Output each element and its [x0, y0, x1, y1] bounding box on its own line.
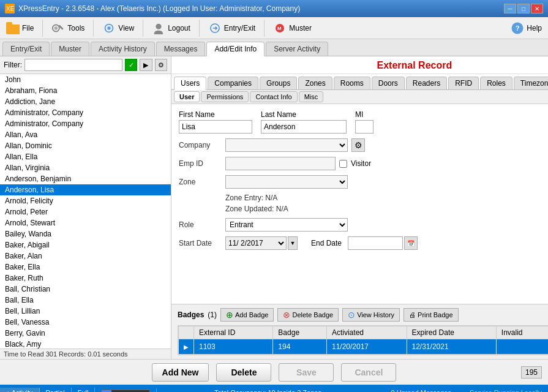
tab-entry-exit[interactable]: Entry/Exit	[2, 42, 50, 56]
inner-tab-misc[interactable]: Misc	[299, 91, 324, 102]
list-item[interactable]: Black, Amy	[0, 339, 171, 349]
filter-input[interactable]	[24, 59, 122, 71]
tab-server-activity[interactable]: Server Activity	[266, 42, 328, 56]
start-date-dropdown-button[interactable]: ▼	[288, 236, 298, 250]
list-item[interactable]: Baker, Ella	[0, 262, 171, 273]
sub-tab-doors[interactable]: Doors	[372, 77, 405, 89]
list-item[interactable]: Arnold, Stewart	[0, 217, 171, 228]
close-button[interactable]: ✕	[531, 4, 543, 13]
inner-tab-permissions[interactable]: Permissions	[201, 91, 249, 102]
sub-tab-users[interactable]: Users	[174, 77, 206, 90]
tab-add-edit-info[interactable]: Add/Edit Info	[206, 42, 265, 56]
sub-tab-groups[interactable]: Groups	[260, 77, 297, 89]
list-item[interactable]: Arnold, Peter	[0, 206, 171, 217]
sub-tab-companies[interactable]: Companies	[208, 77, 258, 89]
menu-muster[interactable]: M Muster	[269, 20, 315, 37]
start-date-label: Start Date	[179, 239, 222, 247]
end-date-calendar-button[interactable]: 📅	[404, 236, 418, 250]
list-item[interactable]: Baker, Abigail	[0, 239, 171, 251]
cancel-button[interactable]: Cancel	[341, 363, 396, 382]
menu-file[interactable]: File	[2, 20, 37, 37]
sub-tab-zones[interactable]: Zones	[298, 77, 332, 89]
company-action-button[interactable]: ⚙	[351, 138, 365, 152]
sub-tab-readers[interactable]: Readers	[406, 77, 447, 89]
list-item[interactable]: Ball, Ella	[0, 295, 171, 306]
print-badge-button[interactable]: 🖨 Print Badge	[403, 308, 458, 322]
tab-messages[interactable]: Messages	[156, 42, 206, 56]
visitor-checkbox[interactable]	[339, 160, 347, 168]
menu-logout[interactable]: Logout	[148, 20, 194, 37]
menu-tools-label: Tools	[67, 24, 84, 32]
list-item[interactable]: Administrator, Company	[0, 107, 171, 118]
filter-settings-button[interactable]: ⚙	[155, 59, 167, 71]
help-icon: ?	[511, 21, 524, 35]
last-name-input[interactable]	[261, 120, 347, 134]
menu-muster-label: Muster	[289, 24, 312, 32]
start-date-input[interactable]: 11/ 2/2017	[225, 236, 287, 250]
status-bar-left: Time to Read 301 Records: 0.01 seconds	[0, 349, 171, 359]
end-date-input[interactable]	[348, 236, 403, 250]
svg-rect-2	[6, 24, 20, 34]
save-button[interactable]: Save	[279, 363, 334, 382]
svg-text:XE: XE	[6, 6, 15, 12]
full-label: Full	[78, 389, 89, 392]
view-history-button[interactable]: ⊙ View History	[342, 308, 400, 322]
badge-row[interactable]: ▶ 1103 194 11/20/2017 12/31/2021	[179, 339, 549, 355]
tab-activity-history[interactable]: Activity History	[91, 42, 155, 56]
list-item[interactable]: Anderson, Benjamin	[0, 173, 171, 184]
inner-tab-contact-info[interactable]: Contact Info	[250, 91, 297, 102]
role-label: Role	[179, 221, 222, 229]
mi-input[interactable]	[355, 120, 373, 134]
sub-tab-roles[interactable]: Roles	[480, 77, 512, 89]
list-item[interactable]: Bailey, Wanda	[0, 228, 171, 239]
svg-rect-3	[6, 22, 12, 26]
first-name-input[interactable]	[179, 120, 252, 134]
list-item[interactable]: Ball, Christian	[0, 284, 171, 295]
list-item[interactable]: Allan, Virginia	[0, 162, 171, 173]
list-item-selected[interactable]: Anderson, Lisa	[0, 184, 171, 195]
list-item[interactable]: Berry, Gavin	[0, 328, 171, 339]
list-item[interactable]: Bell, Vanessa	[0, 317, 171, 328]
zone-select[interactable]	[225, 175, 348, 189]
partial-label: Partial	[46, 389, 65, 392]
menu-view[interactable]: View	[99, 20, 138, 37]
list-item[interactable]: John	[0, 74, 171, 85]
list-item[interactable]: Abraham, Fiona	[0, 85, 171, 96]
list-item[interactable]: Allan, Dominic	[0, 140, 171, 151]
list-item[interactable]: Baker, Ruth	[0, 273, 171, 284]
maximize-button[interactable]: □	[517, 4, 530, 13]
add-badge-button[interactable]: ⊕ Add Badge	[220, 308, 274, 322]
sub-tab-bar: Users Companies Groups Zones Rooms Doors…	[171, 74, 548, 90]
inner-tab-user[interactable]: User	[174, 91, 200, 102]
delete-button[interactable]: Delete	[216, 363, 271, 382]
list-item[interactable]: Allan, Ava	[0, 129, 171, 140]
minimize-button[interactable]: ─	[504, 4, 516, 13]
menu-tools[interactable]: Tools	[48, 20, 88, 37]
sub-tab-rfid[interactable]: RFID	[448, 77, 479, 89]
toolbar-sep-3	[143, 20, 143, 37]
record-count: 195	[521, 366, 542, 379]
list-item[interactable]: Baker, Alan	[0, 251, 171, 262]
badges-table: External ID Badge Activiated Expired Dat…	[178, 326, 548, 355]
menu-help[interactable]: ? Help	[507, 20, 546, 37]
list-item[interactable]: Addiction, Jane	[0, 96, 171, 107]
delete-badge-button[interactable]: ⊗ Delete Badge	[277, 308, 339, 322]
role-select[interactable]: Entrant	[225, 218, 348, 232]
sub-tab-rooms[interactable]: Rooms	[334, 77, 370, 89]
entry-exit-icon	[208, 21, 222, 35]
company-select[interactable]	[225, 138, 348, 152]
list-item[interactable]: Bell, Lillian	[0, 306, 171, 317]
filter-confirm-button[interactable]: ✓	[125, 59, 137, 71]
filter-next-button[interactable]: ▶	[140, 59, 152, 71]
emp-id-input[interactable]	[225, 157, 336, 170]
list-item[interactable]: Arnold, Felicity	[0, 195, 171, 206]
list-item[interactable]: Allan, Ella	[0, 151, 171, 162]
sub-tab-timezones[interactable]: Timezones	[514, 77, 548, 89]
menu-entry-exit[interactable]: Entry/Exit	[205, 20, 259, 37]
right-panel: External Record Users Companies Groups Z…	[171, 56, 548, 359]
list-item[interactable]: Administrator, Company	[0, 118, 171, 129]
left-panel: Filter: ✓ ▶ ⚙ John Abraham, Fiona Addict…	[0, 56, 171, 359]
badges-section: Badges (1) ⊕ Add Badge ⊗ Delete Badge ⊙ …	[171, 304, 548, 359]
tab-muster[interactable]: Muster	[51, 42, 89, 56]
add-new-button[interactable]: Add New	[152, 363, 209, 382]
